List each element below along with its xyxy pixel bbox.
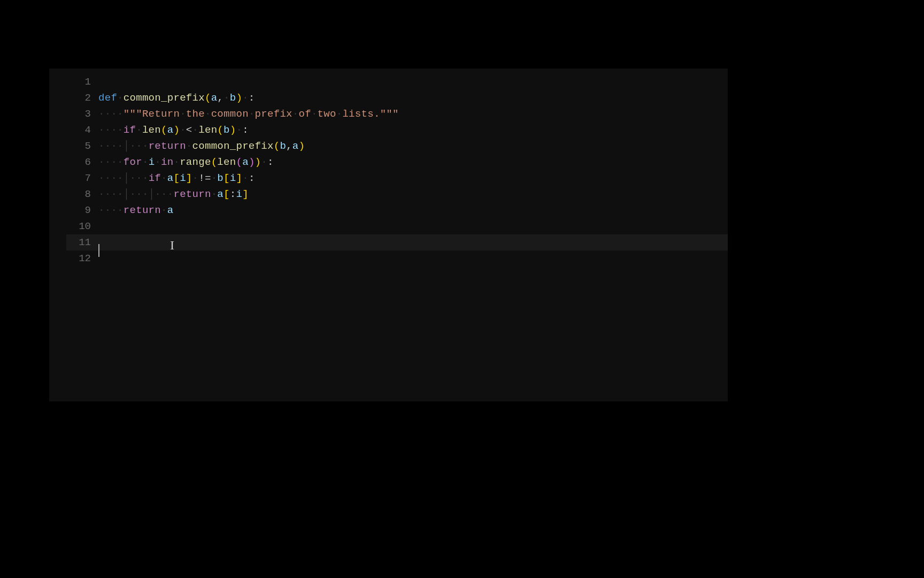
token-ws-dot: · [98,188,105,200]
token-ws-dot: · [130,172,136,184]
token-ws-dot: · [142,172,149,184]
token-bracket-p: ) [249,156,255,168]
token-ws-dot: · [136,140,142,152]
token-bracket-y: ) [230,124,236,136]
token-op: < [186,124,192,136]
token-ws-dot: · [117,156,124,168]
token-op: != [198,172,211,184]
token-ws-dot: · [205,108,211,120]
token-ws-dot: · [130,140,136,152]
token-ws-dot: · [242,92,249,104]
code-content[interactable]: ····for·i·in·range(len(a))·: [98,156,274,168]
code-content[interactable]: ····│···│···return·a[:i] [98,188,249,200]
code-content[interactable]: ····if·len(a)·<·len(b)·: [98,124,249,136]
token-ws-dot: · [117,172,124,184]
token-op: , [217,92,224,104]
line-number: 2 [66,92,98,104]
token-ws-dot: · [98,172,105,184]
code-line[interactable]: 11 [66,234,728,250]
code-line[interactable]: 6····for·i·in·range(len(a))·: [66,154,728,170]
token-indent-guide: │ [124,188,130,200]
token-bracket-y: ) [255,156,261,168]
code-line[interactable]: 8····│···│···return·a[:i] [66,186,728,202]
token-ws-dot: · [336,108,343,120]
token-bracket-y: ) [173,124,180,136]
token-builtin: len [198,124,217,136]
token-ws-dot: · [142,156,149,168]
token-bracket-y: ( [211,156,218,168]
token-ws-dot: · [111,140,117,152]
token-ws-dot: · [117,140,124,152]
line-number: 1 [66,76,98,88]
token-ws-dot: · [136,124,142,136]
code-line[interactable]: 4····if·len(a)·<·len(b)·: [66,122,728,138]
token-ws-dot: · [98,108,105,120]
token-kw: if [124,124,136,136]
code-content[interactable]: ····return·a [98,204,173,216]
token-bracket-y: ( [274,140,280,152]
token-kw: for [124,156,142,168]
line-number: 3 [66,108,98,120]
token-ws-dot: · [155,156,161,168]
code-line[interactable]: 1 [66,74,728,90]
token-ws-dot: · [111,188,117,200]
token-var: b [217,172,224,184]
token-indent-guide: │ [149,188,155,200]
token-op: : [249,172,255,184]
token-op: , [286,140,292,152]
token-ws-dot: · [117,204,124,216]
token-kw: return [173,188,211,200]
token-var: a [167,124,174,136]
token-bracket-y: ( [217,124,224,136]
line-number: 4 [66,124,98,136]
token-builtin: len [142,124,161,136]
token-str: common [211,108,249,120]
token-ws-dot: · [105,188,111,200]
token-ws-dot: · [111,172,117,184]
token-ws-dot: · [111,156,117,168]
code-line[interactable]: 5····│···return·common_prefix(b,a) [66,138,728,154]
token-ws-dot: · [261,156,267,168]
code-line[interactable]: 10 [66,218,728,234]
lines-wrapper: 12def·common_prefix(a,·b)·:3····"""Retur… [49,69,728,267]
token-ws-dot: · [180,108,186,120]
token-bracket-y: ] [242,188,249,200]
token-var: b [224,124,230,136]
token-bracket-y: [ [224,172,230,184]
line-number: 10 [66,220,98,232]
code-editor[interactable]: 12def·common_prefix(a,·b)·:3····"""Retur… [49,69,728,401]
token-ws-dot: · [98,140,105,152]
token-ws-dot: · [105,204,111,216]
code-line[interactable]: 12 [66,250,728,267]
token-var: i [230,172,236,184]
code-content[interactable]: ····"""Return·the·common·prefix·of·two·l… [98,108,399,120]
code-line[interactable]: 3····"""Return·the·common·prefix·of·two·… [66,106,728,122]
code-content[interactable]: ····│···return·common_prefix(b,a) [98,140,305,152]
token-ws-dot: · [142,140,149,152]
code-line[interactable]: 9····return·a [66,202,728,218]
code-content[interactable]: ····│···if·a[i]·!=·b[i]·: [98,172,255,184]
token-var: a [211,92,218,104]
token-ws-dot: · [173,156,180,168]
token-var: a [292,140,299,152]
token-ws-dot: · [105,140,111,152]
token-ws-dot: · [98,204,105,216]
token-bracket-y: ( [161,124,167,136]
token-str: two [318,108,336,120]
line-number: 12 [66,253,98,264]
token-ws-dot: · [161,188,167,200]
token-str: lists.""" [342,108,398,120]
token-ws-dot: · [192,172,199,184]
code-content[interactable]: def·common_prefix(a,·b)·: [98,92,255,104]
token-ws-dot: · [136,188,142,200]
line-number: 7 [66,172,98,184]
token-ws-dot: · [180,124,186,136]
code-line[interactable]: 7····│···if·a[i]·!=·b[i]·: [66,170,728,186]
token-str: the [186,108,205,120]
token-ws-dot: · [117,108,124,120]
token-ws-dot: · [167,188,174,200]
token-ws-dot: · [249,108,255,120]
token-var: a [242,156,249,168]
code-line[interactable]: 2def·common_prefix(a,·b)·: [66,90,728,106]
token-fn: common_prefix [124,92,205,104]
